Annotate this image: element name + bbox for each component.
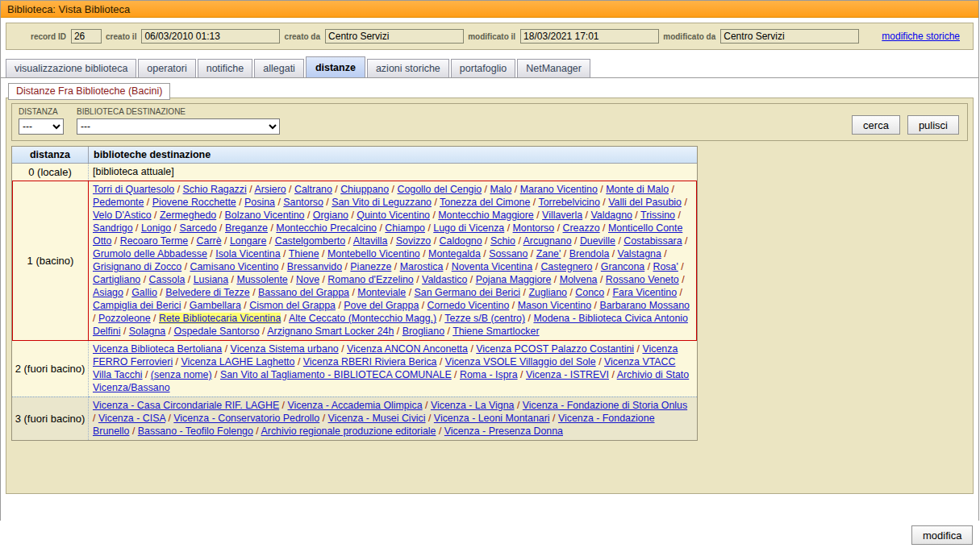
library-link[interactable]: Isola Vicentina xyxy=(215,248,280,259)
biblioteca-destinazione-select[interactable]: --- xyxy=(77,118,280,135)
library-link[interactable]: Thiene Smartlocker xyxy=(452,326,539,337)
library-link[interactable]: Torrebelvicino xyxy=(538,197,599,208)
library-link[interactable]: Costabissara xyxy=(623,235,682,247)
library-link[interactable]: Grumolo delle Abbadesse xyxy=(93,248,207,259)
library-link[interactable]: Marano Vicentino xyxy=(520,184,598,195)
library-link[interactable]: Arzignano Smart Locker 24h xyxy=(267,326,394,337)
library-link[interactable]: Campiglia dei Berici xyxy=(93,300,181,311)
library-link[interactable]: Thiene xyxy=(289,248,319,259)
library-link[interactable]: Vicenza - ISTREVI xyxy=(526,369,609,380)
library-link[interactable]: Arcugnano xyxy=(523,235,572,247)
library-link[interactable]: Vicenza - Musei Civici xyxy=(328,413,426,424)
library-link[interactable]: Schio Ragazzi xyxy=(183,184,247,195)
library-link[interactable]: Vicenza - Presenza Donna xyxy=(444,426,563,437)
library-link[interactable]: Vicenza Sistema urbano xyxy=(231,343,339,355)
library-link[interactable]: Mussolente xyxy=(236,274,287,285)
library-link[interactable]: Rosa' xyxy=(653,261,678,272)
library-link[interactable]: Pove del Grappa xyxy=(344,300,419,311)
library-link[interactable]: Dueville xyxy=(580,235,615,247)
library-link[interactable]: Malo xyxy=(490,184,512,195)
library-link[interactable]: Sossano xyxy=(489,248,528,259)
meta-field-value[interactable] xyxy=(520,29,659,44)
library-link[interactable]: Castelgomberto xyxy=(275,235,345,247)
tab-visualizzazione-biblioteca[interactable]: visualizzazione biblioteca xyxy=(6,59,136,77)
library-link[interactable]: Rossano Veneto xyxy=(606,274,679,285)
library-link[interactable]: Vicenza LAGHE Laghetto xyxy=(181,356,294,367)
tab-allegati[interactable]: allegati xyxy=(254,59,304,77)
library-link[interactable]: Vicenza - Fondazione di Storia Onlus xyxy=(523,400,687,411)
tab-operatori[interactable]: operatori xyxy=(138,59,195,77)
tab-netmanager[interactable]: NetManager xyxy=(517,59,590,77)
library-link[interactable]: Carrè xyxy=(197,235,222,247)
library-link[interactable]: Sarcedo xyxy=(179,222,216,234)
library-link[interactable]: Lugo di Vicenza xyxy=(433,222,504,234)
library-link[interactable]: Torri di Quartesolo xyxy=(93,184,174,195)
cerca-button[interactable]: cerca xyxy=(852,115,900,135)
library-link[interactable]: Monte di Malo xyxy=(606,184,669,195)
library-link[interactable]: Gallio xyxy=(131,287,157,298)
tab-distanze[interactable]: distanze xyxy=(306,56,365,77)
library-link[interactable]: Zermeghedo xyxy=(160,210,216,221)
library-link[interactable]: Sandrigo xyxy=(93,222,133,234)
library-link[interactable]: Lonigo xyxy=(141,222,171,234)
library-link[interactable]: Vicenza - CISA xyxy=(98,413,165,424)
library-link[interactable]: Brogliano xyxy=(402,326,444,337)
library-link[interactable]: Piovene Rocchette xyxy=(152,197,236,208)
tab-portafoglio[interactable]: portafoglio xyxy=(451,59,515,77)
library-link[interactable]: Pedemonte xyxy=(93,197,144,208)
library-link[interactable]: (senza nome) xyxy=(151,369,212,380)
library-link[interactable]: Pianezze xyxy=(350,261,391,272)
library-link[interactable]: Vicenza ANCON Anconetta xyxy=(347,343,468,355)
library-link[interactable]: Cartigliano xyxy=(93,274,140,285)
library-link[interactable]: Marostica xyxy=(400,261,444,272)
meta-field-value[interactable] xyxy=(71,29,102,44)
library-link[interactable]: Chiampo xyxy=(385,222,425,234)
library-link[interactable]: Castegnero xyxy=(540,261,592,272)
library-link[interactable]: Montegalda xyxy=(428,248,481,259)
library-link[interactable]: Roma - Ispra xyxy=(460,369,518,380)
tab-notifiche[interactable]: notifiche xyxy=(198,59,253,77)
library-link[interactable]: Vicenza - Conservatorio Pedrollo xyxy=(173,413,319,424)
library-link[interactable]: Bassano - Teofilo Folengo xyxy=(138,426,253,437)
library-link[interactable]: Altavilla xyxy=(353,235,388,247)
library-link[interactable]: Caltrano xyxy=(294,184,332,195)
library-link[interactable]: Rete Bibliotecaria Vicentina xyxy=(159,313,281,324)
library-link[interactable]: Pozzoleone xyxy=(98,313,151,324)
distanza-select[interactable]: --- xyxy=(19,118,64,135)
library-link[interactable]: Vicenza PCOST Palazzo Costantini xyxy=(476,343,634,355)
library-link[interactable]: San Vito di Leguzzano xyxy=(332,197,432,208)
library-link[interactable]: Cornedo Vicentino xyxy=(427,300,510,311)
library-link[interactable]: Bressanvido xyxy=(287,261,342,272)
meta-field-value[interactable] xyxy=(720,29,859,44)
library-link[interactable]: Vicenza RBERI Riviera Berica xyxy=(303,356,437,367)
modifica-button[interactable]: modifica xyxy=(911,525,973,545)
library-link[interactable]: Fara Vicentino xyxy=(612,287,677,298)
library-link[interactable]: Noventa Vicentina xyxy=(452,261,532,272)
library-link[interactable]: Vicenza Biblioteca Bertoliana xyxy=(93,343,222,355)
library-link[interactable]: Montorso xyxy=(513,222,555,234)
library-link[interactable]: Quinto Vicentino xyxy=(357,210,430,221)
library-link[interactable]: Tonezza del Cimone xyxy=(440,197,530,208)
library-link[interactable]: Pojana Maggiore xyxy=(476,274,552,285)
library-link[interactable]: Vicenza - Leoni Montanari xyxy=(434,413,550,424)
library-link[interactable]: Velo D'Astico xyxy=(93,210,152,221)
library-link[interactable]: Cassola xyxy=(149,274,186,285)
library-link[interactable]: Vicenza - La Vigna xyxy=(431,400,515,411)
library-link[interactable]: Mason Vicentino xyxy=(518,300,591,311)
tab-azioni-storiche[interactable]: azioni storiche xyxy=(367,59,449,77)
library-link[interactable]: Bolzano Vicentino xyxy=(225,210,305,221)
library-link[interactable]: Caldogno xyxy=(440,235,482,247)
library-link[interactable]: Tezze s/B (centro) xyxy=(444,313,525,324)
library-link[interactable]: Valstagna xyxy=(618,248,661,259)
library-link[interactable]: Montecchio Precalcino xyxy=(276,222,377,234)
library-link[interactable]: Grisignano di Zocco xyxy=(93,261,181,272)
meta-field-value[interactable] xyxy=(325,29,464,44)
library-link[interactable]: Posina xyxy=(244,197,275,208)
library-link[interactable]: Villaverla xyxy=(542,210,582,221)
library-link[interactable]: Valdagno xyxy=(590,210,632,221)
library-link[interactable]: Alte Ceccato (Montecchio Magg.) xyxy=(289,313,436,324)
library-link[interactable]: Gambellara xyxy=(190,300,241,311)
library-link[interactable]: Breganze xyxy=(225,222,268,234)
library-link[interactable]: Zugliano xyxy=(528,287,567,298)
library-link[interactable]: Lusiana xyxy=(194,274,228,285)
